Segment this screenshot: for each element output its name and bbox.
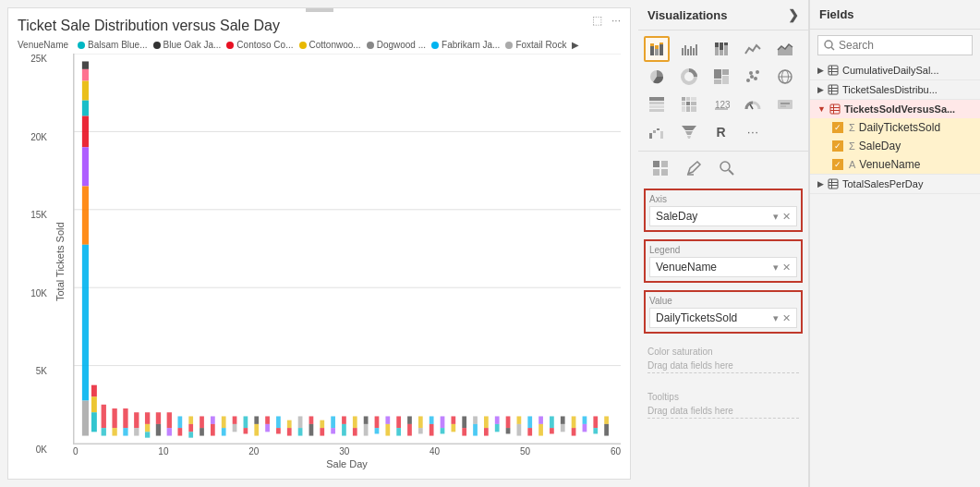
value-dropdown-icon[interactable]: ▾ (773, 312, 779, 324)
field-item-saleday[interactable]: ✓ Σ SaleDay (810, 137, 980, 155)
y-tick-0k: 0K (36, 444, 47, 455)
svg-line-180 (729, 170, 733, 175)
tooltips-label: Tooltips (647, 390, 799, 404)
field-item-dailytickets[interactable]: ✓ Σ DailyTicketsSold (810, 118, 980, 137)
svg-rect-27 (145, 412, 150, 424)
legend-clear-icon[interactable]: ✕ (782, 262, 791, 274)
svg-point-142 (754, 77, 757, 80)
svg-rect-10 (82, 101, 89, 116)
svg-rect-83 (441, 416, 445, 428)
svg-rect-42 (211, 424, 215, 436)
viz-treemap-icon[interactable] (708, 64, 734, 90)
viz-pie-icon[interactable] (644, 64, 670, 90)
svg-rect-113 (604, 416, 609, 423)
viz-stacked-bar-icon[interactable] (644, 36, 670, 62)
y-tick-10k: 10K (30, 288, 47, 298)
viz-panel-chevron[interactable]: ❯ (788, 7, 799, 22)
viz-area-icon[interactable] (772, 36, 798, 62)
field-group-header-ticketsvssale[interactable]: ▼ TicketsSoldVersusSa... (810, 100, 980, 118)
svg-rect-77 (407, 416, 412, 423)
viz-scatter-icon[interactable] (740, 64, 766, 90)
svg-rect-40 (200, 428, 204, 435)
svg-rect-117 (659, 44, 663, 55)
legend-dropdown-icon[interactable]: ▾ (773, 262, 779, 274)
viz-clustered-bar-icon[interactable] (676, 36, 702, 62)
svg-rect-30 (156, 412, 161, 424)
field-group-header-ticketsales[interactable]: ▶ TicketSalesDistribu... (810, 80, 980, 99)
checkbox-saleday: ✓ (832, 140, 843, 152)
svg-rect-34 (177, 416, 182, 428)
viz-waterfall-icon[interactable] (644, 119, 670, 145)
svg-rect-79 (418, 416, 423, 428)
viz-fields-tab[interactable] (646, 155, 675, 181)
svg-rect-32 (167, 412, 172, 428)
viz-matrix-icon[interactable] (676, 91, 702, 117)
svg-rect-46 (233, 424, 237, 432)
svg-rect-11 (82, 116, 89, 148)
field-group-header-cumulative[interactable]: ▶ CumulativeDailySal... (810, 61, 980, 79)
value-actions: ▾ ✕ (773, 312, 791, 324)
viz-donut-icon[interactable] (676, 64, 702, 90)
expand-arrow-ticketsvssale: ▼ (817, 104, 826, 114)
svg-rect-86 (451, 424, 455, 432)
svg-rect-103 (550, 416, 554, 428)
search-box[interactable] (817, 35, 973, 55)
svg-rect-91 (484, 416, 489, 428)
svg-marker-173 (687, 136, 691, 139)
axis-section: Axis SaleDay ▾ ✕ (644, 189, 803, 232)
svg-rect-183 (829, 66, 838, 75)
svg-rect-89 (473, 416, 478, 423)
svg-rect-185 (829, 71, 838, 72)
svg-rect-156 (686, 102, 690, 105)
drag-handle[interactable] (306, 8, 333, 12)
svg-rect-121 (682, 48, 684, 55)
viz-format-tab[interactable] (679, 155, 708, 181)
field-item-venuename[interactable]: ✓ A VenueName (810, 155, 980, 174)
field-group-ticketsales: ▶ TicketSalesDistribu... (810, 80, 980, 100)
axis-dropdown-icon[interactable]: ▾ (773, 211, 779, 223)
sigma-dailytickets: Σ (849, 122, 855, 133)
svg-rect-63 (331, 416, 335, 428)
viz-card-icon[interactable] (772, 91, 798, 117)
legend-prefix: VenueName (18, 40, 68, 50)
legend-more[interactable]: ▶ (572, 40, 579, 50)
svg-rect-19 (102, 405, 106, 428)
search-input[interactable] (839, 39, 966, 52)
svg-rect-59 (309, 416, 314, 423)
svg-rect-70 (364, 424, 369, 436)
value-clear-icon[interactable]: ✕ (782, 312, 791, 324)
viz-line-icon[interactable] (740, 36, 766, 62)
svg-rect-93 (495, 416, 500, 423)
svg-rect-87 (462, 416, 466, 428)
svg-rect-122 (684, 45, 686, 55)
text-venuename: A (849, 159, 855, 170)
svg-rect-99 (527, 416, 532, 428)
svg-rect-137 (722, 69, 729, 75)
svg-rect-139 (714, 79, 721, 84)
legend-label-6: Fabrikam Ja... (442, 40, 500, 50)
viz-100pct-bar-icon[interactable] (708, 36, 734, 62)
viz-r-icon[interactable]: R (708, 119, 734, 145)
color-saturation-drag: Drag data fields here (647, 359, 799, 373)
svg-rect-119 (655, 45, 659, 49)
svg-rect-125 (693, 48, 695, 55)
field-group-header-totalsales[interactable]: ▶ TotalSalesPerDay (810, 175, 980, 193)
svg-rect-154 (691, 97, 696, 101)
value-value-row: DailyTicketsSold ▾ ✕ (649, 308, 797, 328)
svg-rect-48 (244, 428, 248, 433)
visualizations-panel: Visualizations ❯ (638, 0, 809, 487)
viz-table-icon[interactable] (644, 91, 670, 117)
more-options-icon[interactable]: ··· (610, 12, 623, 29)
svg-rect-114 (604, 424, 609, 436)
viz-kpi-icon[interactable]: 123 (708, 91, 734, 117)
svg-rect-68 (353, 428, 357, 435)
viz-analytics-tab[interactable] (712, 155, 742, 181)
viz-more-icon[interactable]: ··· (740, 119, 766, 145)
viz-funnel-icon[interactable] (676, 119, 702, 145)
axis-clear-icon[interactable]: ✕ (782, 211, 791, 223)
expand-icon[interactable]: ⬚ (590, 12, 604, 29)
viz-globe-icon[interactable] (772, 64, 798, 90)
svg-rect-17 (91, 396, 97, 412)
viz-gauge-icon[interactable] (740, 91, 766, 117)
svg-rect-151 (649, 109, 664, 112)
